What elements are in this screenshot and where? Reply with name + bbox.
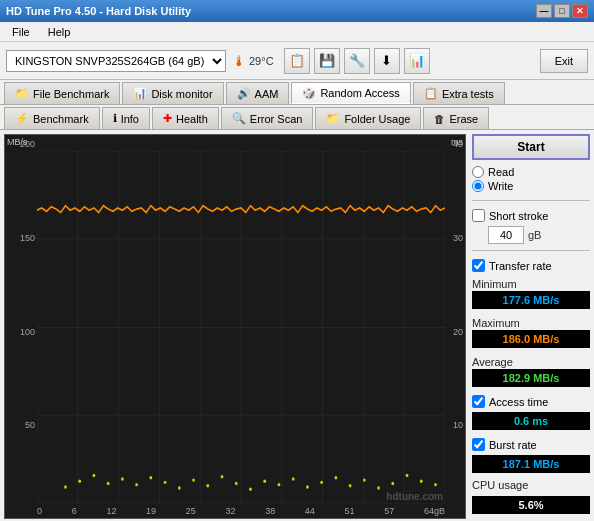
chart-container: MB/s ms 200 150 100 50 40 30 20 10 (4, 134, 466, 519)
tab-extra-tests[interactable]: 📋 Extra tests (413, 82, 505, 104)
svg-point-19 (107, 482, 110, 485)
y-right-2: 20 (447, 327, 463, 337)
svg-point-31 (278, 483, 281, 486)
cpu-usage-value: 5.6% (472, 496, 590, 514)
erase-icon: 🗑 (434, 113, 445, 125)
x-6: 38 (265, 506, 275, 516)
toolbar-btn-1[interactable]: 📋 (284, 48, 310, 74)
short-stroke-label: Short stroke (489, 210, 548, 222)
y-left-1: 150 (7, 233, 35, 243)
maximum-value: 186.0 MB/s (472, 330, 590, 348)
maximize-button[interactable]: □ (554, 4, 570, 18)
write-radio-row: Write (472, 180, 590, 192)
x-8: 51 (345, 506, 355, 516)
drive-select[interactable]: KINGSTON SNVP325S264GB (64 gB) (6, 50, 226, 72)
x-3: 19 (146, 506, 156, 516)
short-stroke-checkbox[interactable] (472, 209, 485, 222)
svg-point-23 (164, 481, 167, 484)
tab-folder-usage[interactable]: 📁 Folder Usage (315, 107, 421, 129)
svg-point-38 (377, 486, 380, 489)
y-left-2: 100 (7, 327, 35, 337)
tabs-row2: ⚡ Benchmark ℹ Info ✚ Health 🔍 Error Scan… (0, 105, 594, 130)
right-panel: Start Read Write Short stroke gB Transfe… (472, 134, 590, 519)
chart-y-right-labels: 40 30 20 10 (445, 135, 465, 518)
svg-point-22 (149, 476, 152, 479)
maximum-label: Maximum (472, 317, 590, 329)
start-button[interactable]: Start (472, 134, 590, 160)
toolbar-btn-4[interactable]: ⬇ (374, 48, 400, 74)
benchmark-icon: ⚡ (15, 112, 29, 125)
toolbar-btn-3[interactable]: 🔧 (344, 48, 370, 74)
rw-radio-group: Read Write (472, 164, 590, 194)
svg-point-30 (263, 480, 266, 483)
temperature-display: 🌡 29°C (232, 53, 274, 69)
toolbar-icons: 📋 💾 🔧 ⬇ 📊 (284, 48, 430, 74)
svg-point-35 (334, 476, 337, 479)
chart-y-left-labels: 200 150 100 50 (5, 135, 37, 518)
minimum-label: Minimum (472, 278, 590, 290)
transfer-rate-checkbox[interactable] (472, 259, 485, 272)
minimize-button[interactable]: — (536, 4, 552, 18)
toolbar: KINGSTON SNVP325S264GB (64 gB) 🌡 29°C 📋 … (0, 42, 594, 80)
transfer-rate-label: Transfer rate (489, 260, 552, 272)
burst-rate-value: 187.1 MB/s (472, 455, 590, 473)
temperature-value: 29°C (249, 55, 274, 67)
svg-point-36 (349, 484, 352, 487)
toolbar-btn-2[interactable]: 💾 (314, 48, 340, 74)
minimum-value: 177.6 MB/s (472, 291, 590, 309)
access-time-checkbox-row: Access time (472, 395, 590, 408)
svg-point-37 (363, 478, 366, 481)
burst-rate-checkbox[interactable] (472, 438, 485, 451)
tabs-row1: 📁 File Benchmark 📊 Disk monitor 🔊 AAM 🎲 … (0, 80, 594, 105)
folder-usage-icon: 📁 (326, 112, 340, 125)
tab-health[interactable]: ✚ Health (152, 107, 219, 129)
exit-button[interactable]: Exit (540, 49, 588, 73)
svg-point-41 (420, 480, 423, 483)
read-radio[interactable] (472, 166, 484, 178)
svg-point-26 (206, 484, 209, 487)
tab-disk-monitor[interactable]: 📊 Disk monitor (122, 82, 223, 104)
svg-point-39 (391, 482, 394, 485)
error-scan-icon: 🔍 (232, 112, 246, 125)
tab-benchmark[interactable]: ⚡ Benchmark (4, 107, 100, 129)
svg-point-21 (135, 483, 138, 486)
access-time-checkbox[interactable] (472, 395, 485, 408)
x-0: 0 (37, 506, 42, 516)
write-label: Write (488, 180, 513, 192)
close-button[interactable]: ✕ (572, 4, 588, 18)
menu-help[interactable]: Help (40, 24, 79, 40)
file-benchmark-icon: 📁 (15, 87, 29, 100)
average-value: 182.9 MB/s (472, 369, 590, 387)
tab-info[interactable]: ℹ Info (102, 107, 150, 129)
title-text: HD Tune Pro 4.50 - Hard Disk Utility (6, 5, 191, 17)
svg-point-28 (235, 482, 238, 485)
thermometer-icon: 🌡 (232, 53, 246, 69)
tab-random-access[interactable]: 🎲 Random Access (291, 82, 410, 104)
menu-file[interactable]: File (4, 24, 38, 40)
toolbar-btn-5[interactable]: 📊 (404, 48, 430, 74)
stroke-input[interactable] (488, 226, 524, 244)
info-icon: ℹ (113, 112, 117, 125)
title-bar: HD Tune Pro 4.50 - Hard Disk Utility — □… (0, 0, 594, 22)
svg-point-18 (93, 474, 96, 477)
tab-aam[interactable]: 🔊 AAM (226, 82, 290, 104)
cpu-usage-label: CPU usage (472, 479, 590, 491)
main-content: MB/s ms 200 150 100 50 40 30 20 10 (0, 130, 594, 521)
write-radio[interactable] (472, 180, 484, 192)
svg-point-20 (121, 477, 124, 480)
random-access-icon: 🎲 (302, 87, 316, 100)
tab-erase[interactable]: 🗑 Erase (423, 107, 489, 129)
x-4: 25 (186, 506, 196, 516)
svg-point-27 (221, 475, 224, 478)
tab-file-benchmark[interactable]: 📁 File Benchmark (4, 82, 120, 104)
tab-error-scan[interactable]: 🔍 Error Scan (221, 107, 314, 129)
svg-point-33 (306, 485, 309, 488)
watermark: hdtune.com (386, 491, 443, 502)
transfer-rate-row: Transfer rate (472, 259, 590, 272)
svg-point-16 (64, 485, 67, 488)
access-time-value: 0.6 ms (472, 412, 590, 430)
x-5: 32 (225, 506, 235, 516)
y-right-3: 10 (447, 420, 463, 430)
svg-point-25 (192, 478, 195, 481)
stroke-unit: gB (528, 229, 541, 241)
